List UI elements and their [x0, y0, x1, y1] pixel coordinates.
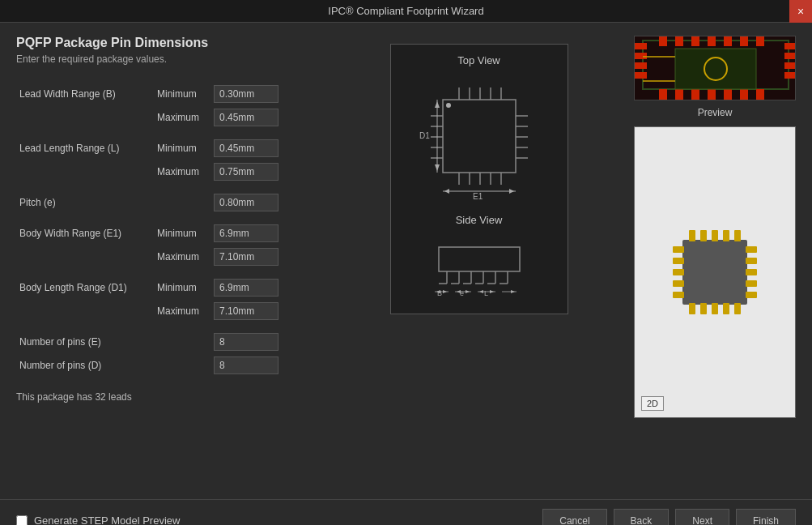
- body-length-min-cell: [210, 277, 340, 298]
- preview-2d-badge: 2D: [641, 396, 664, 411]
- svg-rect-89: [723, 230, 729, 241]
- svg-rect-73: [756, 36, 764, 46]
- svg-rect-88: [712, 230, 718, 241]
- body-width-row-max: Maximum: [16, 246, 340, 267]
- num-pins-d-cell: [210, 355, 340, 376]
- body-length-max-input[interactable]: [214, 302, 278, 320]
- preview-label: Preview: [634, 107, 796, 118]
- pitch-label: Pitch (e): [16, 192, 154, 213]
- svg-rect-0: [443, 100, 516, 173]
- svg-rect-75: [675, 89, 683, 100]
- next-button[interactable]: Next: [675, 509, 729, 526]
- spacer-5: [16, 324, 340, 329]
- form-table: Lead Width Range (B) Minimum Maximum Lea…: [16, 81, 340, 378]
- body-length-label: Body Length Range (D1): [16, 277, 154, 298]
- info-text: This package has 32 leads: [16, 391, 340, 403]
- svg-rect-66: [784, 72, 796, 79]
- lead-width-max-label: Maximum: [154, 107, 210, 128]
- body-length-max-label: Maximum: [154, 301, 210, 322]
- body-length-max-cell: [210, 301, 340, 322]
- lead-length-min-cell: [210, 138, 340, 159]
- spacer-4: [16, 270, 340, 275]
- svg-rect-91: [689, 303, 695, 314]
- body-width-max-label: Maximum: [154, 246, 210, 267]
- svg-rect-100: [673, 292, 684, 298]
- lead-length-max-label: Maximum: [154, 161, 210, 182]
- preview-thumbnail: [634, 36, 796, 100]
- svg-rect-70: [708, 36, 716, 46]
- svg-rect-85: [682, 240, 747, 305]
- spacer-1: [16, 130, 340, 135]
- svg-rect-76: [691, 89, 699, 100]
- diagram-box: Top View: [390, 44, 568, 314]
- svg-rect-96: [673, 246, 684, 253]
- close-button[interactable]: ×: [789, 0, 812, 23]
- step-model-label: Generate STEP Model Preview: [34, 514, 180, 525]
- body-width-min-label: Minimum: [154, 223, 210, 244]
- finish-button[interactable]: Finish: [736, 509, 796, 526]
- spacer-2: [16, 185, 340, 190]
- lead-width-row-min: Lead Width Range (B) Minimum: [16, 83, 340, 105]
- back-button[interactable]: Back: [614, 509, 670, 526]
- body-length-min-input[interactable]: [214, 279, 278, 297]
- svg-rect-87: [700, 230, 707, 241]
- page-title: PQFP Package Pin Dimensions: [16, 36, 340, 50]
- svg-rect-99: [673, 280, 684, 287]
- lead-width-min-cell: [210, 83, 340, 105]
- svg-rect-65: [784, 62, 796, 69]
- svg-rect-63: [784, 43, 796, 49]
- svg-rect-59: [635, 43, 647, 49]
- svg-rect-102: [746, 258, 757, 264]
- svg-marker-56: [511, 290, 515, 293]
- svg-rect-97: [673, 258, 684, 264]
- svg-rect-104: [746, 280, 757, 287]
- svg-marker-28: [444, 189, 449, 194]
- svg-rect-72: [740, 36, 748, 46]
- svg-rect-80: [756, 89, 764, 100]
- step-model-checkbox[interactable]: [16, 515, 28, 526]
- lead-length-min-input[interactable]: [214, 139, 278, 157]
- lead-length-max-cell: [210, 161, 340, 182]
- spacer-3: [16, 216, 340, 220]
- svg-point-21: [446, 103, 451, 108]
- footer-left: Generate STEP Model Preview: [16, 514, 180, 525]
- lead-width-max-input[interactable]: [214, 109, 278, 126]
- cancel-button[interactable]: Cancel: [542, 509, 606, 526]
- svg-rect-77: [708, 89, 716, 100]
- body-width-min-cell: [210, 223, 340, 244]
- pitch-input[interactable]: [214, 194, 278, 211]
- svg-rect-30: [439, 247, 520, 271]
- num-pins-d-label: Number of pins (D): [16, 355, 154, 376]
- svg-rect-69: [691, 36, 699, 46]
- lead-length-row-min: Lead Length Range (L) Minimum: [16, 138, 340, 159]
- svg-rect-60: [635, 53, 647, 59]
- num-pins-e-input[interactable]: [214, 333, 278, 351]
- side-view-label: Side View: [456, 214, 503, 226]
- lead-length-max-input[interactable]: [214, 163, 278, 181]
- svg-marker-48: [443, 290, 447, 293]
- body-width-label: Body Width Range (E1): [16, 223, 154, 244]
- svg-rect-61: [635, 62, 647, 69]
- body-width-min-input[interactable]: [214, 224, 278, 242]
- num-pins-d-input[interactable]: [214, 356, 278, 374]
- lead-length-min-label: Minimum: [154, 138, 210, 159]
- svg-rect-101: [746, 246, 757, 253]
- footer: Generate STEP Model Preview Cancel Back …: [0, 499, 812, 525]
- num-pins-e-row: Number of pins (E): [16, 331, 340, 352]
- body-width-max-input[interactable]: [214, 248, 278, 266]
- num-pins-e-cell: [210, 331, 340, 352]
- center-panel: Top View: [340, 36, 618, 499]
- body-length-row-min: Body Length Range (D1) Minimum: [16, 277, 340, 298]
- lead-length-row-max: Maximum: [16, 161, 340, 182]
- svg-text:L: L: [484, 289, 488, 297]
- chip-render-svg: [658, 216, 772, 329]
- svg-marker-51: [466, 290, 470, 293]
- svg-rect-86: [689, 230, 695, 241]
- lead-width-label: Lead Width Range (B): [16, 83, 154, 105]
- svg-marker-50: [457, 290, 461, 293]
- svg-rect-103: [746, 269, 757, 275]
- svg-marker-27: [435, 164, 440, 171]
- lead-width-min-input[interactable]: [214, 85, 278, 103]
- svg-rect-78: [724, 89, 732, 100]
- svg-marker-54: [490, 290, 494, 293]
